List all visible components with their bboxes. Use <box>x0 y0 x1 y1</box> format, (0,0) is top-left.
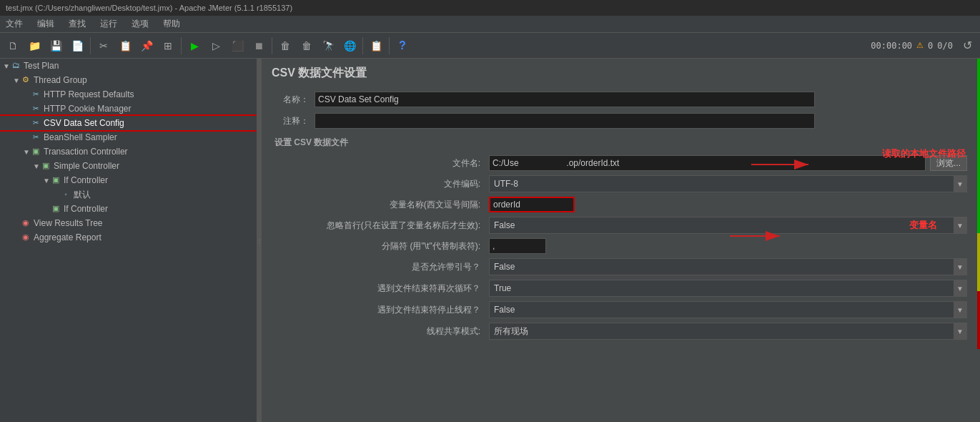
toolbar-sep1 <box>90 37 91 54</box>
toolbar-save[interactable]: 💾 <box>46 36 66 56</box>
toolbar-sep5 <box>389 37 390 54</box>
encoding-label: 文件编码: <box>272 173 486 195</box>
toolbar-template[interactable]: 📋 <box>366 36 386 56</box>
error-count: 0/0 <box>937 41 953 51</box>
tree-label-threadgroup: Thread Group <box>34 75 87 85</box>
toolbar-refresh[interactable]: ↺ <box>957 36 977 56</box>
toolbar-run-current[interactable]: ▷ <box>206 36 226 56</box>
tree-node-morenull[interactable]: ◦默认 <box>0 187 257 202</box>
tree-arrow-testplan[interactable]: ▼ <box>3 62 10 70</box>
timer-display: 00:00:00 <box>871 41 912 51</box>
tree-container: ▼🗂Test Plan▼⚙Thread Group✂HTTP Request D… <box>0 59 257 245</box>
toolbar-remote[interactable]: 🌐 <box>340 36 360 56</box>
tree-arrow-threadgroup[interactable]: ▼ <box>13 77 20 84</box>
varnames-input[interactable] <box>489 197 575 212</box>
tree-label-transactionctrl: Transaction Controller <box>44 147 128 157</box>
menu-file[interactable]: 文件 <box>3 16 26 31</box>
name-label: 名称： <box>272 94 315 106</box>
sharing-row: 线程共享模式: 所有现场 ▼ <box>272 320 970 342</box>
toolbar-view[interactable]: 🔭 <box>318 36 338 56</box>
ignore-first-dropdown[interactable]: False ▼ <box>489 217 967 234</box>
allow-quoted-value: False <box>490 260 954 273</box>
stop-thread-dropdown[interactable]: False ▼ <box>489 301 967 318</box>
name-input[interactable] <box>315 92 815 107</box>
tree-node-simplectrl[interactable]: ▼▣Simple Controller <box>0 159 257 173</box>
tree-label-aggregatereport: Aggregate Report <box>34 232 102 242</box>
toolbar-help[interactable]: ? <box>392 36 412 56</box>
encoding-value: UTF-8 <box>490 177 954 190</box>
tree-node-threadgroup[interactable]: ▼⚙Thread Group <box>0 73 257 87</box>
toolbar-shutdown[interactable]: ⏹ <box>249 36 269 56</box>
tree-label-viewresults: View Results Tree <box>34 218 103 228</box>
toolbar: 🗋 📁 💾 📄 ✂ 📋 📌 ⊞ ▶ ▷ ⬛ ⏹ 🗑 🗑 🔭 🌐 📋 ? 00:0… <box>0 33 980 59</box>
recycle-eof-dropdown[interactable]: True ▼ <box>489 280 967 297</box>
toolbar-paste[interactable]: 📌 <box>137 36 157 56</box>
tree-icon-csvdataset: ✂ <box>30 118 41 128</box>
tree-icon-httpcookie: ✂ <box>30 104 41 114</box>
toolbar-cut[interactable]: ✂ <box>94 36 114 56</box>
ignore-first-value: False <box>490 219 954 232</box>
menu-search[interactable]: 查找 <box>66 16 89 31</box>
tree-node-httpcookie[interactable]: ✂HTTP Cookie Manager <box>0 102 257 116</box>
allow-quoted-dropdown[interactable]: False ▼ <box>489 258 967 275</box>
tree-icon-ifctrl1: ▣ <box>50 175 61 185</box>
tree-arrow-simplectrl[interactable]: ▼ <box>33 162 40 170</box>
tree-arrow-transactionctrl[interactable]: ▼ <box>23 148 30 156</box>
stop-thread-arrow[interactable]: ▼ <box>954 302 966 318</box>
sharing-value: 所有现场 <box>490 324 954 339</box>
varnames-value-cell <box>486 195 970 215</box>
menu-bar: 文件 编辑 查找 运行 选项 帮助 <box>0 16 980 33</box>
recycle-eof-arrow[interactable]: ▼ <box>954 280 966 296</box>
stop-thread-value: False <box>490 303 954 316</box>
sharing-arrow[interactable]: ▼ <box>954 323 966 339</box>
toolbar-clear[interactable]: 🗑 <box>275 36 295 56</box>
comment-label: 注释： <box>272 115 315 127</box>
varnames-row: 变量名称(西文逗号间隔: <box>272 195 970 215</box>
sharing-dropdown[interactable]: 所有现场 ▼ <box>489 323 967 340</box>
comment-input[interactable] <box>315 113 815 129</box>
encoding-dropdown[interactable]: UTF-8 ▼ <box>489 175 967 192</box>
tree-arrow-ifctrl1[interactable]: ▼ <box>43 177 50 185</box>
recycle-eof-value: True <box>490 282 954 295</box>
toolbar-copy[interactable]: 📋 <box>115 36 135 56</box>
tree-node-httprequest[interactable]: ✂HTTP Request Defaults <box>0 87 257 102</box>
toolbar-open[interactable]: 📁 <box>24 36 44 56</box>
filename-input-row: 浏览... <box>489 155 967 171</box>
toolbar-clear-all[interactable]: 🗑 <box>297 36 317 56</box>
tree-icon-threadgroup: ⚙ <box>20 75 31 85</box>
toolbar-save-as[interactable]: 📄 <box>67 36 87 56</box>
menu-edit[interactable]: 编辑 <box>34 16 57 31</box>
main-layout: ▼🗂Test Plan▼⚙Thread Group✂HTTP Request D… <box>0 59 980 422</box>
encoding-row: 文件编码: UTF-8 ▼ <box>272 173 970 195</box>
allow-quoted-arrow[interactable]: ▼ <box>954 259 966 275</box>
tree-node-viewresults[interactable]: ◉View Results Tree <box>0 216 257 230</box>
menu-run[interactable]: 运行 <box>97 16 120 31</box>
config-table: 文件名: 浏览... 文件编码: UTF- <box>272 153 970 342</box>
tree-node-testplan[interactable]: ▼🗂Test Plan <box>0 59 257 73</box>
sharing-label: 线程共享模式: <box>272 320 486 342</box>
toolbar-run[interactable]: ▶ <box>184 36 204 56</box>
tree-label-httprequest: HTTP Request Defaults <box>44 89 134 99</box>
tree-label-beanshell: BeanShell Sampler <box>44 132 117 142</box>
toolbar-expand[interactable]: ⊞ <box>158 36 178 56</box>
menu-options[interactable]: 选项 <box>129 16 152 31</box>
tree-node-ifctrl2[interactable]: ▣If Controller <box>0 202 257 216</box>
tree-node-transactionctrl[interactable]: ▼▣Transaction Controller <box>0 144 257 159</box>
tree-node-csvdataset[interactable]: ✂CSV Data Set Config <box>0 116 257 130</box>
tree-node-aggregatereport[interactable]: ◉Aggregate Report <box>0 230 257 245</box>
encoding-arrow[interactable]: ▼ <box>954 176 966 192</box>
ignore-first-arrow[interactable]: ▼ <box>954 217 966 233</box>
stop-thread-value-cell: False ▼ <box>486 299 970 320</box>
tree-icon-morenull: ◦ <box>60 190 71 200</box>
stop-thread-row: 遇到文件结束符停止线程？ False ▼ <box>272 299 970 320</box>
warning-count: 0 <box>928 41 933 51</box>
delimiter-input[interactable] <box>489 238 546 254</box>
menu-help[interactable]: 帮助 <box>160 16 183 31</box>
recycle-eof-label: 遇到文件结束符再次循环？ <box>272 278 486 299</box>
filename-input[interactable] <box>489 155 926 171</box>
tree-node-ifctrl1[interactable]: ▼▣If Controller <box>0 173 257 187</box>
toolbar-new[interactable]: 🗋 <box>3 36 23 56</box>
tree-node-beanshell[interactable]: ✂BeanShell Sampler <box>0 130 257 144</box>
toolbar-stop[interactable]: ⬛ <box>227 36 247 56</box>
browse-button[interactable]: 浏览... <box>930 155 967 171</box>
